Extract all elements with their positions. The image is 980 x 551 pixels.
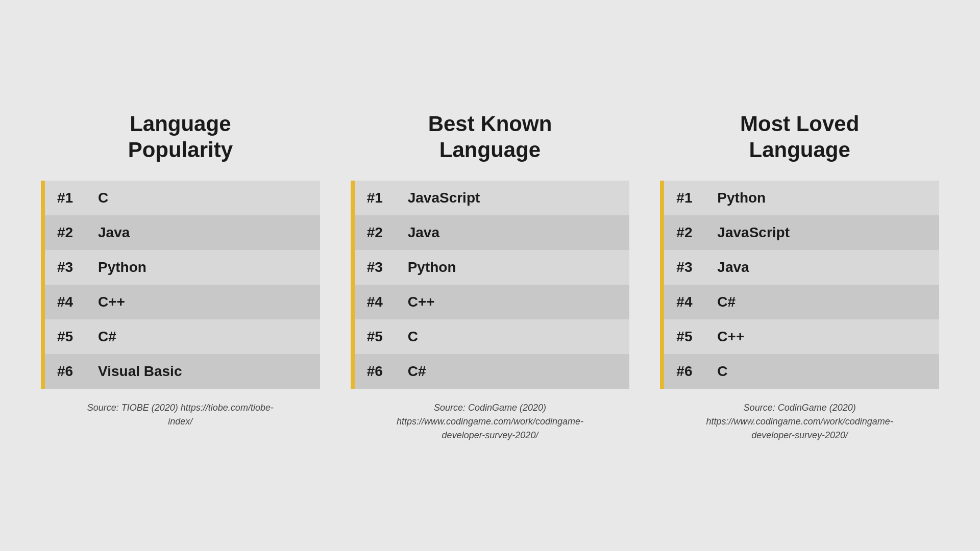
- list-item: #3Python: [355, 250, 630, 285]
- language-name: C: [717, 363, 727, 380]
- rank-label: #2: [367, 224, 398, 241]
- list-best-known: #1JavaScript#2Java#3Python#4C++#5C#6C#: [351, 181, 630, 389]
- list-item: #2JavaScript: [664, 215, 939, 250]
- language-name: JavaScript: [408, 190, 480, 206]
- language-name: Java: [98, 224, 130, 241]
- language-name: C: [408, 329, 418, 345]
- list-item: #3Python: [45, 250, 320, 285]
- language-name: C++: [717, 329, 744, 345]
- language-name: Java: [717, 259, 749, 276]
- list-popularity: #1C#2Java#3Python#4C++#5C##6Visual Basic: [41, 181, 320, 389]
- column-popularity: LanguagePopularity#1C#2Java#3Python#4C++…: [41, 109, 320, 429]
- source-most-loved: Source: CodinGame (2020) https://www.cod…: [703, 401, 897, 442]
- rank-label: #1: [676, 190, 707, 206]
- language-name: C++: [408, 294, 435, 310]
- language-name: JavaScript: [717, 224, 790, 241]
- rank-label: #2: [676, 224, 707, 241]
- list-item: #4C++: [355, 285, 630, 319]
- rank-label: #5: [57, 329, 88, 345]
- list-item: #1JavaScript: [355, 181, 630, 215]
- list-item: #6C: [664, 354, 939, 389]
- column-best-known: Best KnownLanguage#1JavaScript#2Java#3Py…: [351, 109, 630, 442]
- title-most-loved: Most LovedLanguage: [740, 109, 859, 165]
- rank-label: #6: [676, 363, 707, 380]
- rank-label: #3: [367, 259, 398, 276]
- language-name: C++: [98, 294, 125, 310]
- list-item: #5C#: [45, 319, 320, 354]
- language-name: Visual Basic: [98, 363, 182, 380]
- list-item: #2Java: [355, 215, 630, 250]
- rank-label: #4: [367, 294, 398, 310]
- language-name: Python: [408, 259, 456, 276]
- list-item: #6Visual Basic: [45, 354, 320, 389]
- rank-label: #6: [57, 363, 88, 380]
- list-item: #5C: [355, 319, 630, 354]
- list-item: #1C: [45, 181, 320, 215]
- main-container: LanguagePopularity#1C#2Java#3Python#4C++…: [0, 89, 980, 463]
- list-item: #4C++: [45, 285, 320, 319]
- list-item: #1Python: [664, 181, 939, 215]
- source-popularity: Source: TIOBE (2020) https://tiobe.com/t…: [83, 401, 277, 429]
- language-name: Java: [408, 224, 439, 241]
- rank-label: #6: [367, 363, 398, 380]
- language-name: C: [98, 190, 108, 206]
- rank-label: #1: [57, 190, 88, 206]
- list-item: #5C++: [664, 319, 939, 354]
- rank-label: #2: [57, 224, 88, 241]
- list-item: #2Java: [45, 215, 320, 250]
- list-most-loved: #1Python#2JavaScript#3Java#4C##5C++#6C: [660, 181, 939, 389]
- list-item: #6C#: [355, 354, 630, 389]
- language-name: C#: [408, 363, 426, 380]
- rank-label: #4: [676, 294, 707, 310]
- rank-label: #5: [367, 329, 398, 345]
- language-name: C#: [717, 294, 736, 310]
- list-item: #3Java: [664, 250, 939, 285]
- rank-label: #1: [367, 190, 398, 206]
- language-name: C#: [98, 329, 116, 345]
- rank-label: #4: [57, 294, 88, 310]
- list-item: #4C#: [664, 285, 939, 319]
- source-best-known: Source: CodinGame (2020) https://www.cod…: [393, 401, 587, 442]
- title-best-known: Best KnownLanguage: [428, 109, 552, 165]
- title-popularity: LanguagePopularity: [128, 109, 233, 165]
- rank-label: #3: [57, 259, 88, 276]
- rank-label: #5: [676, 329, 707, 345]
- column-most-loved: Most LovedLanguage#1Python#2JavaScript#3…: [660, 109, 939, 442]
- language-name: Python: [98, 259, 146, 276]
- language-name: Python: [717, 190, 766, 206]
- rank-label: #3: [676, 259, 707, 276]
